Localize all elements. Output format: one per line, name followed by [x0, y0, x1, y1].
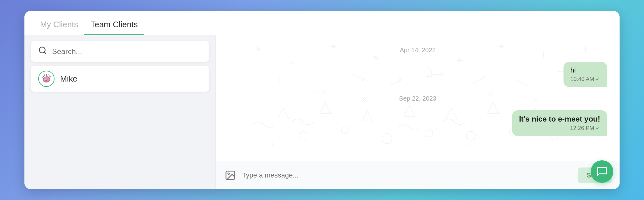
- svg-point-75: [228, 173, 230, 174]
- search-box: [31, 41, 209, 62]
- client-name-mike: Mike: [60, 74, 77, 84]
- svg-line-10: [49, 77, 51, 78]
- app-container: My Clients Team Clients: [24, 11, 620, 189]
- message-text-1: hi: [570, 66, 600, 74]
- message-bubble-2: It's nice to e-meet you! 12:26 PM ✓: [512, 110, 607, 136]
- image-upload-icon[interactable]: [223, 168, 237, 182]
- message-input[interactable]: [242, 171, 573, 179]
- svg-line-9: [49, 76, 50, 78]
- message-check-1: ✓: [595, 76, 600, 82]
- date-separator-2: Sep 22, 2023: [228, 95, 607, 102]
- message-time-1: 10:40 AM: [570, 76, 594, 82]
- message-check-2: ✓: [595, 125, 600, 132]
- avatar-mike: [38, 71, 55, 87]
- tab-team-clients[interactable]: Team Clients: [84, 15, 144, 35]
- message-row-2: It's nice to e-meet you! 12:26 PM ✓: [228, 110, 607, 136]
- search-icon: [38, 46, 47, 57]
- svg-line-1: [44, 52, 46, 53]
- svg-line-6: [44, 75, 45, 77]
- message-meta-2: 12:26 PM ✓: [519, 125, 600, 132]
- search-input[interactable]: [52, 47, 202, 56]
- sidebar: Mike: [24, 35, 216, 189]
- floating-chat-button[interactable]: [591, 160, 613, 183]
- tabs-bar: My Clients Team Clients: [24, 11, 620, 35]
- svg-point-15: [45, 80, 47, 81]
- svg-line-8: [48, 75, 48, 77]
- tab-my-clients[interactable]: My Clients: [34, 15, 84, 35]
- chat-input-bar: Send: [216, 161, 620, 189]
- date-separator-1: Apr 14, 2022: [228, 47, 607, 54]
- message-row-1: hi 10:40 AM ✓: [228, 62, 607, 87]
- svg-line-5: [43, 76, 44, 78]
- client-item-mike[interactable]: Mike: [31, 66, 209, 92]
- svg-line-4: [42, 77, 44, 78]
- message-bubble-1: hi 10:40 AM ✓: [564, 62, 607, 87]
- main-content: Mike: [24, 35, 620, 189]
- svg-point-12: [45, 79, 45, 80]
- message-meta-1: 10:40 AM ✓: [570, 76, 600, 82]
- message-text-2: It's nice to e-meet you!: [519, 115, 600, 123]
- svg-point-14: [48, 79, 48, 80]
- message-time-2: 12:26 PM: [570, 125, 594, 132]
- chat-area: Apr 14, 2022 hi 10:40 AM ✓ Sep 22, 2023 …: [216, 35, 620, 189]
- chat-messages: Apr 14, 2022 hi 10:40 AM ✓ Sep 22, 2023 …: [216, 35, 620, 161]
